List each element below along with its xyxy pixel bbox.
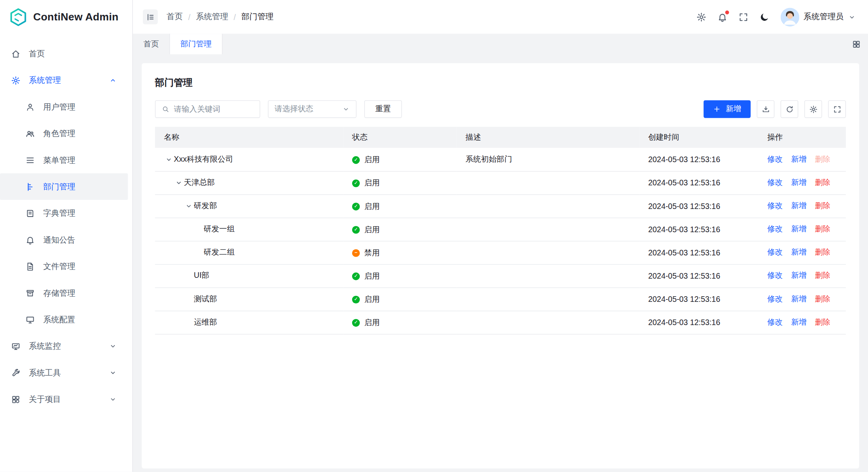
add-link[interactable]: 新增 xyxy=(791,317,807,326)
tab-home[interactable]: 首页 xyxy=(133,34,170,54)
edit-link[interactable]: 修改 xyxy=(767,224,783,233)
sidebar-item-dict-management[interactable]: 字典管理 xyxy=(0,200,128,226)
add-link[interactable]: 新增 xyxy=(791,155,807,163)
row-collapse-chevron-down-icon[interactable] xyxy=(174,179,184,187)
chevron-down-icon xyxy=(109,342,117,350)
tab-department-management[interactable]: 部门管理 xyxy=(170,34,223,54)
sidebar-item-label: 菜单管理 xyxy=(43,155,117,165)
sidebar-item-notice-management[interactable]: 通知公告 xyxy=(0,227,128,253)
row-collapse-chevron-down-icon[interactable] xyxy=(184,202,194,210)
edit-link[interactable]: 修改 xyxy=(767,201,783,210)
column-settings-button[interactable] xyxy=(804,100,822,118)
breadcrumb-current-page: 部门管理 xyxy=(241,12,273,22)
sidebar-item-system-config[interactable]: 系统配置 xyxy=(0,306,128,333)
created-time: 2024-05-03 12:53:16 xyxy=(648,295,720,303)
delete-link[interactable]: 删除 xyxy=(815,178,830,187)
sidebar-item-about-project[interactable]: 关于项目 xyxy=(0,386,128,412)
content-area: 部门管理 请选择状态 重置 新增 xyxy=(133,54,868,472)
sidebar-collapse-button[interactable] xyxy=(143,10,158,24)
add-button[interactable]: 新增 xyxy=(704,100,751,118)
sidebar-item-user-management[interactable]: 用户管理 xyxy=(0,94,128,120)
sidebar-item-home[interactable]: 首页 xyxy=(0,40,128,67)
breadcrumb-home[interactable]: 首页 xyxy=(166,12,182,22)
add-link[interactable]: 新增 xyxy=(791,294,807,303)
avatar xyxy=(780,8,799,26)
breadcrumb-system-management[interactable]: 系统管理 xyxy=(196,12,228,22)
sidebar-item-label: 关于项目 xyxy=(29,394,101,404)
sidebar-item-role-management[interactable]: 角色管理 xyxy=(0,120,128,147)
dict-icon xyxy=(26,209,35,218)
sidebar-menu: 首页系统管理用户管理角色管理菜单管理部门管理字典管理通知公告文件管理存储管理系统… xyxy=(0,34,132,472)
sidebar-item-storage-management[interactable]: 存储管理 xyxy=(0,280,128,306)
refresh-button[interactable] xyxy=(780,100,798,118)
page-title: 部门管理 xyxy=(155,76,846,89)
sidebar-item-file-management[interactable]: 文件管理 xyxy=(0,253,128,279)
storage-icon xyxy=(26,288,35,298)
created-time: 2024-05-03 12:53:16 xyxy=(648,248,720,257)
department-card: 部门管理 请选择状态 重置 新增 xyxy=(142,63,859,469)
team-icon xyxy=(26,129,35,139)
edit-link[interactable]: 修改 xyxy=(767,317,783,326)
delete-link[interactable]: 删除 xyxy=(815,201,830,210)
edit-link[interactable]: 修改 xyxy=(767,294,783,303)
add-link[interactable]: 新增 xyxy=(791,224,807,233)
edit-link[interactable]: 修改 xyxy=(767,247,783,256)
sidebar-item-label: 文件管理 xyxy=(43,261,117,271)
sidebar-item-system-management[interactable]: 系统管理 xyxy=(0,67,128,93)
delete-link[interactable]: 删除 xyxy=(815,271,830,279)
status-label: 启用 xyxy=(364,271,380,281)
sidebar-item-system-monitor[interactable]: 系统监控 xyxy=(0,333,128,359)
sidebar-item-menu-management[interactable]: 菜单管理 xyxy=(0,147,128,173)
search-input[interactable] xyxy=(174,104,253,113)
search-icon xyxy=(162,105,169,113)
keyword-search-box[interactable] xyxy=(155,100,260,118)
table-row-5: UI部✓启用2024-05-03 12:53:16修改新增删除 xyxy=(155,264,846,287)
expand-icon xyxy=(833,105,841,113)
created-time: 2024-05-03 12:53:16 xyxy=(648,155,720,164)
user-menu[interactable]: 系统管理员 xyxy=(780,8,856,26)
plus-icon xyxy=(713,105,721,113)
table-row-1: 天津总部✓启用2024-05-03 12:53:16修改新增删除 xyxy=(155,171,846,194)
table-header-row: 名称 状态 描述 创建时间 操作 xyxy=(155,127,846,148)
row-collapse-chevron-down-icon[interactable] xyxy=(164,155,174,163)
status-select[interactable]: 请选择状态 xyxy=(268,100,357,118)
sidebar-item-label: 系统工具 xyxy=(29,368,101,378)
edit-link[interactable]: 修改 xyxy=(767,271,783,279)
sidebar-item-label: 角色管理 xyxy=(43,128,117,139)
home-icon xyxy=(11,49,21,58)
add-link[interactable]: 新增 xyxy=(791,247,807,256)
department-name: 测试部 xyxy=(194,294,217,304)
fullscreen-icon[interactable] xyxy=(738,12,748,22)
sidebar-item-department-management[interactable]: 部门管理 xyxy=(0,173,128,200)
delete-link[interactable]: 删除 xyxy=(815,247,830,256)
edit-link[interactable]: 修改 xyxy=(767,155,783,163)
add-link[interactable]: 新增 xyxy=(791,271,807,279)
tree-indent-spacer xyxy=(194,225,204,233)
export-button[interactable] xyxy=(757,100,774,118)
status-enabled-icon: ✓ xyxy=(352,226,360,233)
status-enabled-icon: ✓ xyxy=(352,179,360,187)
sidebar-item-system-tools[interactable]: 系统工具 xyxy=(0,360,128,386)
notification-button[interactable] xyxy=(717,12,727,22)
tree-indent-spacer xyxy=(184,318,194,326)
add-link[interactable]: 新增 xyxy=(791,178,807,187)
edit-link[interactable]: 修改 xyxy=(767,178,783,187)
settings-icon[interactable] xyxy=(696,12,706,22)
department-name: 研发一组 xyxy=(204,224,235,234)
logo[interactable]: ContiNew Admin xyxy=(0,0,132,34)
status-badge: ✓启用 xyxy=(352,225,380,235)
delete-link[interactable]: 删除 xyxy=(815,317,830,326)
status-enabled-icon: ✓ xyxy=(352,156,360,163)
sidebar-item-label: 系统监控 xyxy=(29,341,101,351)
breadcrumb-separator: / xyxy=(188,12,190,21)
dark-mode-moon-icon[interactable] xyxy=(759,12,769,22)
sidebar-item-label: 存储管理 xyxy=(43,288,117,298)
delete-link[interactable]: 删除 xyxy=(815,294,830,303)
table-fullscreen-button[interactable] xyxy=(828,100,846,118)
delete-link[interactable]: 删除 xyxy=(815,224,830,233)
reset-button[interactable]: 重置 xyxy=(364,100,402,118)
status-badge: ✓启用 xyxy=(352,295,380,305)
add-link[interactable]: 新增 xyxy=(791,201,807,210)
tab-actions-button[interactable] xyxy=(845,34,868,54)
created-time: 2024-05-03 12:53:16 xyxy=(648,318,720,327)
